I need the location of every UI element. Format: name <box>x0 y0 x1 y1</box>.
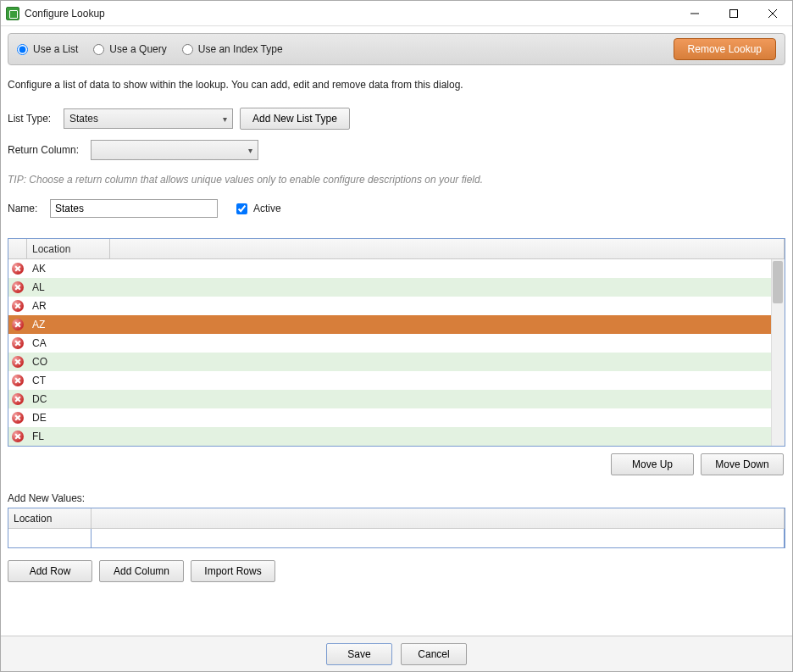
add-column-button[interactable]: Add Column <box>99 560 184 582</box>
grid-header: Location <box>8 239 785 259</box>
grid-header-rest <box>110 239 785 258</box>
new-values-header-rest <box>92 508 785 528</box>
delete-row-icon[interactable] <box>12 356 24 368</box>
delete-row-icon[interactable] <box>12 337 24 349</box>
cancel-button[interactable]: Cancel <box>401 643 467 665</box>
grid-body[interactable]: AKALARAZCACOCTDCDEFL <box>8 259 785 446</box>
grid-cell-location[interactable]: AZ <box>27 319 110 330</box>
return-column-tip: TIP: Choose a return column that allows … <box>8 174 785 186</box>
add-new-values-label: Add New Values: <box>8 492 785 504</box>
grid-header-location[interactable]: Location <box>27 239 110 258</box>
mode-radio-label-2: Use an Index Type <box>198 43 283 55</box>
delete-row-icon[interactable] <box>12 263 24 275</box>
name-row: Name: Active <box>8 199 785 218</box>
data-grid: Location AKALARAZCACOCTDCDEFL <box>8 238 785 447</box>
grid-cell-location[interactable]: FL <box>27 430 110 442</box>
grid-cell-location[interactable]: CA <box>27 337 110 349</box>
mode-bar: Use a ListUse a QueryUse an Index Type R… <box>8 33 785 65</box>
mode-radio-label-0: Use a List <box>33 43 78 55</box>
move-buttons: Move Up Move Down <box>8 453 785 475</box>
chevron-down-icon: ▾ <box>248 146 252 155</box>
content: Use a ListUse a QueryUse an Index Type R… <box>1 26 792 636</box>
mode-radio-label-1: Use a Query <box>109 43 166 55</box>
grid-row[interactable]: AK <box>8 259 785 278</box>
grid-cell-location[interactable]: CO <box>27 356 110 368</box>
save-button[interactable]: Save <box>326 643 392 665</box>
close-button[interactable] <box>753 1 792 26</box>
grid-row[interactable]: CO <box>8 353 785 371</box>
action-buttons: Add Row Add Column Import Rows <box>8 560 785 582</box>
grid-cell-location[interactable]: CT <box>27 375 110 386</box>
delete-row-icon[interactable] <box>12 281 24 293</box>
grid-row[interactable]: FL <box>8 427 785 446</box>
name-label: Name: <box>8 203 43 214</box>
mode-radio-input-2[interactable] <box>182 44 193 55</box>
scrollbar-thumb[interactable] <box>773 261 783 303</box>
grid-row[interactable]: CA <box>8 334 785 353</box>
return-column-row: Return Column: ▾ <box>8 140 785 160</box>
add-new-values-grid: Location <box>8 508 785 548</box>
delete-row-icon[interactable] <box>12 375 24 386</box>
mode-radio-0[interactable]: Use a List <box>17 43 78 55</box>
move-up-button[interactable]: Move Up <box>611 453 694 475</box>
new-values-header-location[interactable]: Location <box>8 508 92 528</box>
delete-row-icon[interactable] <box>12 393 24 405</box>
minimize-button[interactable] <box>675 1 714 26</box>
titlebar: Configure Lookup <box>1 1 792 26</box>
grid-row[interactable]: DE <box>8 408 785 427</box>
grid-cell-location[interactable]: AR <box>27 300 110 312</box>
grid-cell-location[interactable]: DC <box>27 393 110 405</box>
mode-radio-1[interactable]: Use a Query <box>93 43 166 55</box>
return-column-select[interactable]: ▾ <box>91 140 258 160</box>
delete-row-icon[interactable] <box>12 319 24 330</box>
new-value-location-input[interactable] <box>12 530 87 546</box>
remove-lookup-button[interactable]: Remove Lookup <box>674 38 776 60</box>
delete-row-icon[interactable] <box>12 300 24 312</box>
grid-row[interactable]: AL <box>8 278 785 297</box>
grid-row[interactable]: AZ <box>8 315 785 334</box>
description-text: Configure a list of data to show within … <box>8 79 785 91</box>
grid-cell-location[interactable]: DE <box>27 412 110 424</box>
mode-radio-2[interactable]: Use an Index Type <box>182 43 283 55</box>
move-down-button[interactable]: Move Down <box>701 453 784 475</box>
window-title: Configure Lookup <box>25 8 105 19</box>
delete-row-icon[interactable] <box>12 412 24 424</box>
list-type-select[interactable]: States ▾ <box>64 108 233 129</box>
active-label: Active <box>253 203 281 214</box>
delete-row-icon[interactable] <box>12 430 24 442</box>
mode-radio-input-1[interactable] <box>93 44 104 55</box>
svg-rect-1 <box>730 9 738 17</box>
vertical-scrollbar[interactable] <box>771 259 785 446</box>
chevron-down-icon: ▾ <box>223 114 227 124</box>
active-checkbox-wrap[interactable]: Active <box>233 201 282 217</box>
footer: Save Cancel <box>1 636 792 671</box>
grid-cell-location[interactable]: AL <box>27 281 110 293</box>
add-row-button[interactable]: Add Row <box>8 560 92 582</box>
import-rows-button[interactable]: Import Rows <box>191 560 275 582</box>
window: Configure Lookup Use a ListUse a QueryUs… <box>0 0 793 672</box>
app-icon <box>6 7 19 20</box>
grid-row[interactable]: CT <box>8 371 785 390</box>
add-list-type-button[interactable]: Add New List Type <box>240 108 350 130</box>
name-input[interactable] <box>50 199 218 218</box>
active-checkbox[interactable] <box>236 203 247 214</box>
mode-radio-input-0[interactable] <box>17 44 28 55</box>
grid-header-icon-col <box>8 239 27 258</box>
maximize-button[interactable] <box>714 1 753 26</box>
list-type-label: List Type: <box>8 113 57 125</box>
return-column-label: Return Column: <box>8 144 84 156</box>
grid-row[interactable]: DC <box>8 390 785 408</box>
grid-cell-location[interactable]: AK <box>27 263 110 275</box>
list-type-value: States <box>69 113 98 125</box>
grid-row[interactable]: AR <box>8 297 785 315</box>
list-type-row: List Type: States ▾ Add New List Type <box>8 108 785 130</box>
